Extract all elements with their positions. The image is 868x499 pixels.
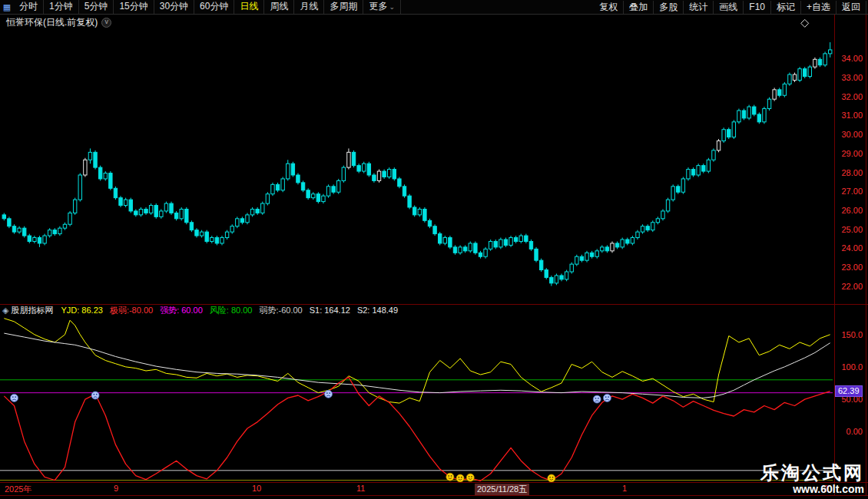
candlestick-chart[interactable] xyxy=(0,14,834,304)
right-border xyxy=(866,14,866,495)
indicator-params: YJD: 86.23极弱:-80.00强势: 60.00风险: 80.00弱势:… xyxy=(61,305,405,316)
price-axis-label: 31.00 xyxy=(841,111,863,121)
panel-divider[interactable] xyxy=(0,304,868,305)
stock-title-text: 恒誉环保(日线.前复权) xyxy=(6,17,98,28)
date-axis-label: 11 xyxy=(356,484,365,493)
panel-border xyxy=(0,495,868,496)
price-axis-label: 26.00 xyxy=(841,206,863,216)
indicator-param: S2: 148.49 xyxy=(357,306,398,315)
indicator-param: YJD: 86.23 xyxy=(61,306,102,315)
chevron-down-icon: ⌄ xyxy=(389,3,395,11)
candles xyxy=(2,42,832,286)
indicator-param: 风险: 80.00 xyxy=(210,306,253,315)
period-menu-item[interactable]: 月线 xyxy=(294,0,324,14)
indicator-param: S1: 164.12 xyxy=(310,306,350,315)
indicator-axis: 150.0100.050.000.0062.39 xyxy=(835,317,866,482)
price-axis-label: 29.00 xyxy=(841,149,863,159)
price-axis-label: 23.00 xyxy=(841,263,863,273)
period-menu-item[interactable]: 60分钟 xyxy=(194,0,234,14)
price-axis-label: 33.00 xyxy=(841,73,863,83)
action-menu-item[interactable]: 标记 xyxy=(771,1,801,14)
sad-face-marker xyxy=(593,395,601,403)
slow-ma-line xyxy=(4,333,830,398)
date-axis-label: 2025/11/28五 xyxy=(475,484,529,495)
period-menu-item[interactable]: 日线 xyxy=(234,0,264,14)
happy-face-marker xyxy=(456,474,464,482)
price-axis-label: 34.00 xyxy=(841,54,863,64)
price-axis-label: 30.00 xyxy=(841,130,863,140)
app-window: ▦ 分时1分钟5分钟15分钟30分钟60分钟日线周线月线多周期更多⌄ 复权叠加多… xyxy=(0,0,868,499)
panel-border xyxy=(0,482,868,483)
action-menu-item[interactable]: 叠加 xyxy=(624,1,654,14)
app-grid-icon[interactable]: ▦ xyxy=(0,0,14,14)
indicator-axis-label: 100.0 xyxy=(841,362,863,372)
happy-face-marker xyxy=(446,473,454,481)
diamond-marker-icon xyxy=(801,19,809,27)
price-axis-label: 27.00 xyxy=(841,187,863,197)
action-menu-item[interactable]: 画线 xyxy=(714,1,744,14)
indicator-chart[interactable] xyxy=(0,317,834,482)
date-axis-label: 9 xyxy=(114,484,118,493)
period-menu-item[interactable]: 5分钟 xyxy=(79,0,114,14)
indicator-logo-icon: ◈ xyxy=(2,306,8,316)
period-menu-item[interactable]: 1分钟 xyxy=(44,0,79,14)
period-menu-item[interactable]: 周线 xyxy=(264,0,294,14)
happy-face-marker xyxy=(548,474,555,482)
period-menu-item[interactable]: 多周期 xyxy=(324,0,363,14)
date-axis-label: 1 xyxy=(622,484,627,493)
indicator-axis-label: 150.0 xyxy=(841,330,863,340)
period-menu: 分时1分钟5分钟15分钟30分钟60分钟日线周线月线多周期更多⌄ xyxy=(14,0,401,14)
date-axis-label: 10 xyxy=(252,484,261,493)
action-menu-item[interactable]: 多股 xyxy=(654,1,684,14)
price-axis-label: 32.00 xyxy=(841,92,863,102)
axis-border xyxy=(834,14,835,495)
action-menu-item[interactable]: 返回 xyxy=(837,1,866,14)
period-menu-item[interactable]: 15分钟 xyxy=(114,0,154,14)
date-axis: 2025年910112025/11/28五12 xyxy=(0,483,834,494)
happy-face-marker xyxy=(466,474,474,481)
sad-face-marker xyxy=(603,394,611,402)
period-menu-item[interactable]: 30分钟 xyxy=(154,0,194,14)
action-menu: 复权叠加多股统计画线F10标记+自选返回 xyxy=(594,1,868,14)
indicator-axis-label: 0.00 xyxy=(846,427,863,437)
price-axis-label: 28.00 xyxy=(841,168,863,178)
period-menu-item[interactable]: 更多⌄ xyxy=(363,0,401,14)
price-axis-label: 25.00 xyxy=(841,225,863,235)
action-menu-item[interactable]: 统计 xyxy=(684,1,714,14)
top-toolbar: ▦ 分时1分钟5分钟15分钟30分钟60分钟日线周线月线多周期更多⌄ 复权叠加多… xyxy=(0,0,868,15)
price-axis-label: 22.00 xyxy=(841,282,863,292)
date-axis-label: 2025年 xyxy=(5,484,31,495)
indicator-param: 强势: 60.00 xyxy=(160,306,203,315)
indicator-name[interactable]: 股朋指标网 xyxy=(11,305,53,316)
sad-face-marker xyxy=(325,390,333,398)
period-menu-item[interactable]: 分时 xyxy=(14,0,44,14)
indicator-param: 极弱:-80.00 xyxy=(110,306,153,315)
yjd-fast-line xyxy=(4,319,830,403)
indicator-header: ◈ 股朋指标网 YJD: 86.23极弱:-80.00强势: 60.00风险: … xyxy=(0,305,837,316)
price-axis: 34.0033.0032.0031.0030.0029.0028.0027.00… xyxy=(835,14,866,304)
price-axis-label: 24.00 xyxy=(841,243,863,253)
sad-face-marker xyxy=(91,392,99,399)
date-axis-label: 2 xyxy=(823,484,828,493)
sad-face-marker xyxy=(10,394,18,402)
action-menu-item[interactable]: +自选 xyxy=(801,1,837,14)
action-menu-item[interactable]: F10 xyxy=(744,1,771,14)
indicator-param: 弱势:-60.00 xyxy=(259,306,302,315)
chevron-down-icon[interactable]: v xyxy=(101,18,111,28)
action-menu-item[interactable]: 复权 xyxy=(594,1,624,14)
indicator-value-tag: 62.39 xyxy=(835,385,863,397)
chart-title: 恒誉环保(日线.前复权)v xyxy=(6,16,111,29)
